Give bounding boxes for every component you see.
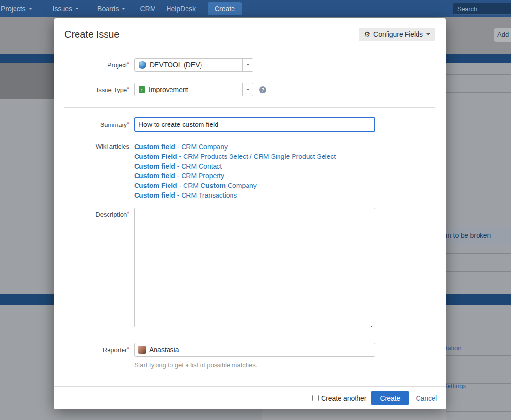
project-label: Project* — [54, 58, 129, 72]
wiki-article-segment: Custom — [201, 182, 226, 189]
create-button[interactable]: Create — [371, 391, 409, 405]
create-issue-dialog: Create Issue ⚙ Configure Fields Project*… — [54, 18, 446, 409]
background-content-strip — [54, 409, 446, 420]
column-divider — [156, 409, 156, 420]
wiki-article-segment: Custom field — [134, 162, 175, 170]
issue-type-select[interactable]: ↑ Improvement — [134, 83, 253, 96]
configure-fields-label: Configure Fields — [373, 31, 423, 38]
form-divider — [64, 107, 435, 108]
wiki-article-segment: Custom field — [134, 172, 175, 180]
required-asterisk: * — [127, 86, 129, 93]
wiki-article-link[interactable]: Custom field - CRM Property — [134, 171, 336, 181]
nav-item-issues[interactable]: Issues — [53, 5, 79, 13]
wiki-article-segment: - CRM Transactions — [175, 191, 237, 199]
page: m to be broken ration Settings Add g Pro… — [0, 0, 511, 420]
project-select-value: DEVTOOL (DEV) — [135, 59, 242, 71]
wiki-article-segment: - CRM Products Select / CRM Single Produ… — [177, 153, 336, 160]
reporter-name: Anastasia — [149, 346, 179, 354]
wiki-article-segment: Company — [226, 182, 257, 189]
nav-item-label: HelpDesk — [166, 5, 196, 13]
wiki-article-segment: Custom Field — [134, 153, 177, 160]
issue-type-select-value: ↑ Improvement — [135, 83, 242, 96]
issue-type-select-dropdown-button[interactable] — [242, 83, 253, 96]
help-icon[interactable]: ? — [259, 86, 266, 93]
nav-item-label: Issues — [53, 5, 72, 13]
required-asterisk: * — [127, 61, 129, 68]
sidebar-fragment — [0, 63, 54, 99]
improvement-type-icon: ↑ — [139, 86, 145, 93]
description-row: Description* — [54, 208, 446, 329]
reporter-row: Reporter* Anastasia — [54, 343, 446, 357]
reporter-hint: Start typing to get a list of possible m… — [134, 361, 446, 369]
dialog-body: Project* DEVTOOL (DEV) — [54, 47, 446, 386]
description-label: Description* — [54, 208, 129, 329]
background-table-2: ration Settings — [446, 305, 511, 420]
required-asterisk: * — [127, 210, 129, 217]
issue-type-row: Issue Type* ↑ Improvement ? — [54, 83, 446, 96]
nav-item-label: Boards — [97, 5, 119, 13]
dialog-header: Create Issue ⚙ Configure Fields — [54, 18, 446, 47]
add-gadget-button[interactable]: Add g — [494, 28, 511, 42]
wiki-article-segment: - CRM Company — [175, 143, 228, 151]
nav-item-projects[interactable]: Projects — [1, 5, 32, 13]
wiki-article-segment: Custom field — [134, 191, 175, 199]
project-avatar-icon — [139, 61, 146, 69]
chevron-down-icon — [426, 33, 430, 35]
nav-create-button[interactable]: Create — [208, 2, 242, 15]
summary-row: Summary* — [54, 117, 446, 132]
required-asterisk: * — [127, 346, 129, 353]
wiki-article-link[interactable]: Custom field - CRM Contact — [134, 161, 336, 171]
wiki-article-segment: - CRM Property — [175, 172, 224, 180]
wiki-article-link[interactable]: Custom Field - CRM Products Select / CRM… — [134, 152, 336, 161]
background-column — [262, 409, 446, 420]
search-input[interactable] — [453, 3, 511, 15]
reporter-field[interactable]: Anastasia — [134, 343, 375, 357]
wiki-article-link[interactable]: Custom Field - CRM Custom Company — [134, 181, 336, 190]
chevron-down-icon — [122, 8, 125, 10]
project-select-dropdown-button[interactable] — [242, 59, 253, 71]
nav-item-label: CRM — [140, 5, 155, 13]
create-another-option[interactable]: Create another — [312, 394, 366, 402]
chevron-down-icon — [246, 64, 250, 66]
top-navbar: Projects Issues Boards CRM HelpDesk Crea… — [0, 0, 511, 17]
background-table: m to be broken — [446, 63, 511, 294]
project-row: Project* DEVTOOL (DEV) — [54, 58, 446, 72]
nav-item-crm[interactable]: CRM — [140, 5, 155, 13]
cancel-link[interactable]: Cancel — [416, 394, 437, 402]
dialog-title: Create Issue — [64, 29, 119, 40]
nav-item-helpdesk[interactable]: HelpDesk — [166, 5, 196, 13]
wiki-articles-row: Wiki articles Custom field - CRM Company… — [54, 142, 446, 200]
wiki-articles-label: Wiki articles — [54, 142, 129, 200]
wiki-articles-list: Custom field - CRM CompanyCustom Field -… — [134, 142, 336, 200]
wiki-article-segment: Custom Field — [134, 182, 177, 189]
create-another-checkbox[interactable] — [312, 395, 319, 401]
wiki-article-link[interactable]: Custom field - CRM Company — [134, 142, 336, 152]
wiki-article-segment: - CRM Contact — [175, 162, 222, 170]
wiki-article-link[interactable]: Custom field - CRM Transactions — [134, 190, 336, 200]
gear-icon: ⚙ — [364, 31, 371, 38]
issue-type-label: Issue Type* — [54, 83, 129, 96]
chevron-down-icon — [75, 8, 79, 10]
wiki-article-segment: - CRM — [177, 182, 201, 189]
project-select[interactable]: DEVTOOL (DEV) — [134, 58, 253, 72]
wiki-article-segment: Custom field — [134, 143, 175, 151]
description-textarea[interactable] — [134, 208, 375, 327]
dialog-footer: Create another Create Cancel — [54, 386, 446, 409]
table-row: m to be broken — [446, 227, 511, 245]
configure-fields-button[interactable]: ⚙ Configure Fields — [359, 28, 436, 41]
chevron-down-icon — [246, 89, 250, 91]
chevron-down-icon — [29, 8, 32, 10]
reporter-avatar — [138, 346, 146, 354]
summary-label: Summary* — [54, 117, 129, 132]
create-another-label: Create another — [321, 394, 366, 402]
reporter-label: Reporter* — [54, 343, 129, 357]
nav-item-label: Projects — [1, 5, 26, 13]
summary-input[interactable] — [134, 117, 375, 132]
background-link-fragment: Settings — [443, 382, 466, 389]
required-asterisk: * — [127, 121, 129, 127]
background-link-fragment: ration — [446, 344, 462, 352]
nav-item-boards[interactable]: Boards — [97, 5, 125, 13]
